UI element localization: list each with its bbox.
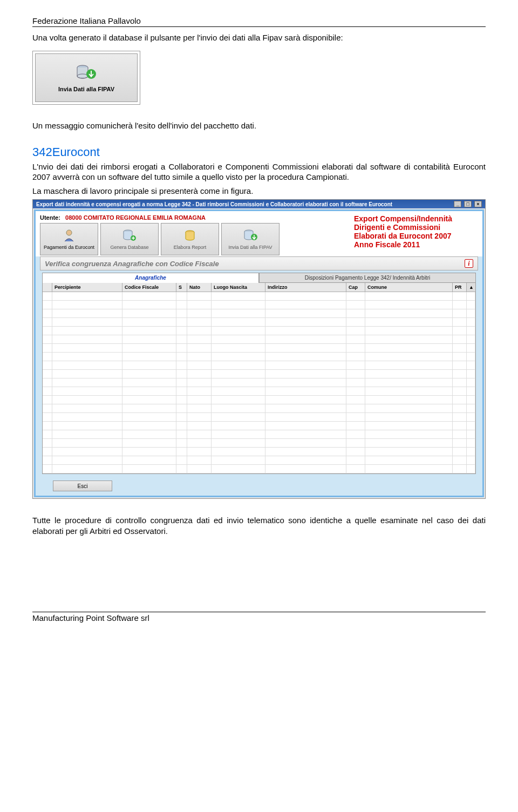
grid-body	[43, 292, 475, 473]
scroll-up-icon[interactable]: ▲	[467, 283, 475, 292]
col-comune[interactable]: Comune	[365, 283, 453, 292]
red-line-1: Export Compensi/Indennità	[354, 214, 478, 223]
pagamenti-eurocont-button[interactable]: Pagamenti da Eurocont	[40, 223, 98, 255]
tb-label-1: Genera Database	[110, 245, 148, 250]
table-row	[43, 309, 475, 318]
window-buttons: _ □ ×	[453, 201, 482, 207]
table-row	[43, 422, 475, 430]
footer-rule	[32, 612, 486, 612]
table-row	[43, 335, 475, 344]
conclusion-text: Tutte le procedure di controllo congruen…	[32, 515, 486, 536]
page-header: Federazione Italiana Pallavolo	[32, 16, 486, 26]
utente-label: Utente:	[40, 214, 60, 221]
minimize-icon[interactable]: _	[454, 201, 461, 207]
close-icon[interactable]: ×	[474, 201, 482, 207]
col-nato[interactable]: Nato	[187, 283, 212, 292]
invia-dati-fipav-button[interactable]: Invia Dati alla FIPAV	[35, 53, 138, 102]
table-row	[43, 387, 475, 396]
info-icon[interactable]: i	[465, 259, 473, 268]
col-cap[interactable]: Cap	[346, 283, 365, 292]
table-row	[43, 430, 475, 439]
esci-button[interactable]: Esci	[53, 481, 112, 491]
section-body-1: L'nvio dei dati dei rimborsi erogati a C…	[32, 161, 486, 182]
table-row	[43, 439, 475, 448]
svg-point-3	[66, 230, 72, 235]
genera-database-button[interactable]: Genera Database	[100, 223, 159, 255]
utente-value: 08000 COMITATO REGIONALE EMILIA ROMAGNA	[65, 214, 206, 221]
table-row	[43, 465, 475, 473]
red-line-4: Anno Fiscale 2011	[354, 240, 478, 249]
table-row	[43, 448, 475, 456]
table-row	[43, 378, 475, 387]
window-title: Export dati indennità e compensi erogati…	[36, 201, 392, 207]
tab-anagrafiche[interactable]: Anagrafiche	[42, 273, 259, 283]
table-row	[43, 301, 475, 309]
table-row	[43, 370, 475, 378]
database-add-icon	[121, 228, 138, 243]
table-row	[43, 318, 475, 327]
col-codice-fiscale[interactable]: Codice Fiscale	[122, 283, 176, 292]
col-luogo-nascita[interactable]: Luogo Nascita	[212, 283, 265, 292]
col-s[interactable]: S	[176, 283, 187, 292]
message-text: Un messaggio comunicherà l'esito dell'in…	[32, 121, 486, 130]
invia-button-frame: Invia Dati alla FIPAV	[32, 51, 140, 105]
maximize-icon[interactable]: □	[464, 201, 472, 207]
verify-label: Verifica congruenza Anagrafiche con Codi…	[45, 260, 219, 268]
table-row	[43, 413, 475, 422]
window-titlebar: Export dati indennità e compensi erogati…	[33, 200, 485, 208]
table-row	[43, 456, 475, 465]
header-rule	[32, 26, 486, 27]
database-export-icon	[75, 63, 98, 83]
invia-button-label: Invia Dati alla FIPAV	[58, 86, 114, 92]
page-footer: Manufacturing Point Software srl	[32, 613, 486, 622]
col-percipiente[interactable]: Percipiente	[52, 283, 122, 292]
database-export-icon	[242, 228, 258, 243]
export-title-block: Export Compensi/Indennità Dirigenti e Co…	[354, 214, 478, 249]
red-line-3: Elaborati da Eurocont 2007	[354, 232, 478, 240]
table-row	[43, 327, 475, 335]
tb-label-3: Invia Dati alla FIPAV	[228, 245, 272, 250]
table-row	[43, 361, 475, 370]
verify-bar[interactable]: Verifica congruenza Anagrafiche con Codi…	[40, 256, 478, 270]
table-row	[43, 292, 475, 301]
tb-label-2: Elabora Report	[174, 245, 207, 250]
section-body-2: La maschera di lavoro principale si pres…	[32, 186, 486, 197]
tab-disposizioni[interactable]: Disposizioni Pagamento Legge 342/ Indenn…	[259, 273, 476, 283]
elabora-report-button[interactable]: Elabora Report	[161, 223, 219, 255]
table-row	[43, 344, 475, 353]
col-pr[interactable]: PR	[453, 283, 467, 292]
section-title: 342Eurocont	[32, 145, 486, 159]
tb-label-0: Pagamenti da Eurocont	[44, 245, 94, 250]
table-row	[43, 396, 475, 404]
invia-dati-fipav-toolbar-button[interactable]: Invia Dati alla FIPAV	[221, 223, 280, 255]
col-selector[interactable]	[43, 283, 52, 292]
report-icon	[182, 228, 198, 243]
user-db-icon	[61, 228, 77, 243]
data-grid: Percipiente Codice Fiscale S Nato Luogo …	[42, 283, 476, 474]
red-line-2: Dirigenti e Commissioni	[354, 223, 478, 232]
table-row	[43, 353, 475, 361]
intro-text: Una volta generato il database il pulsan…	[32, 32, 486, 43]
table-row	[43, 404, 475, 413]
grid-header: Percipiente Codice Fiscale S Nato Luogo …	[43, 283, 475, 292]
app-screenshot: Export dati indennità e compensi erogati…	[32, 199, 486, 499]
col-indirizzo[interactable]: Indirizzo	[265, 283, 346, 292]
